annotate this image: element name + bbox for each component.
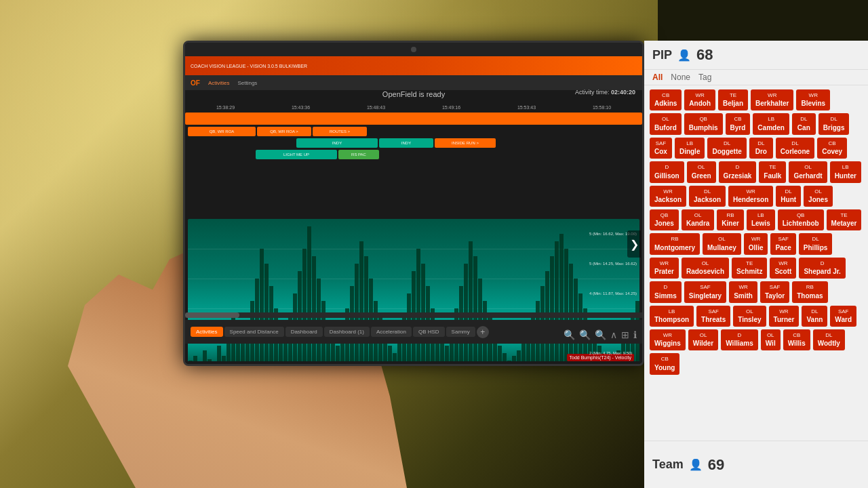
- tab-qb-hsd[interactable]: QB HSD: [413, 327, 445, 337]
- nav-activities[interactable]: Activities: [208, 80, 230, 86]
- player-tag-radosevich[interactable]: OLRadosevich: [682, 258, 729, 279]
- scroll-indicator[interactable]: [185, 312, 642, 318]
- filter-tag[interactable]: Tag: [698, 73, 711, 82]
- panel-collapse-button[interactable]: ❯: [627, 230, 641, 258]
- player-tag-lichtenbob[interactable]: QBLichtenbob: [778, 209, 824, 230]
- session-block-inside-run[interactable]: INSIDE RUN >: [435, 138, 496, 148]
- player-tag-young[interactable]: CBYoung: [650, 353, 679, 374]
- player-tag-briggs[interactable]: DLBriggs: [818, 113, 850, 134]
- session-block-routes[interactable]: ROUTES >: [313, 127, 367, 136]
- expand-icon[interactable]: ∧: [610, 329, 617, 340]
- player-tag-turner[interactable]: WRTurner: [769, 306, 800, 327]
- player-tag-byrd[interactable]: CBByrd: [726, 113, 751, 134]
- search-icon[interactable]: 🔍: [564, 329, 575, 340]
- player-tag-shepard[interactable]: DShepard Jr.: [799, 258, 845, 279]
- player-tag-henderson[interactable]: WRHenderson: [728, 186, 773, 207]
- monitor-frame: COACH VISION LEAGUE - VISION 3.0.5 BULKI…: [183, 41, 644, 366]
- tab-speed-distance[interactable]: Speed and Distance: [224, 327, 284, 337]
- right-panel: PIP 👤 68 All None Tag CBAdkins WRAndoh T…: [644, 41, 868, 488]
- player-tag-dro[interactable]: DLDro: [749, 138, 773, 159]
- player-tag-jones-ol[interactable]: OLJones: [804, 186, 833, 207]
- filter-all[interactable]: All: [652, 73, 663, 82]
- player-tag-ollie[interactable]: WROllie: [744, 233, 768, 254]
- filter-none[interactable]: None: [671, 73, 690, 82]
- player-tag-blevins[interactable]: WRBlevins: [796, 89, 830, 110]
- player-tag-simms[interactable]: DSimms: [650, 281, 682, 302]
- player-tag-can[interactable]: DLCan: [792, 113, 816, 134]
- scroll-thumb[interactable]: [185, 312, 239, 318]
- session-block-indy1[interactable]: INDY: [296, 138, 378, 148]
- app-topbar: COACH VISION LEAGUE - VISION 3.0.5 BULKI…: [185, 56, 642, 75]
- session-block-qbwr-roa1[interactable]: QB, WR ROA: [188, 127, 256, 136]
- player-tag-wodtly[interactable]: DLWodtly: [813, 329, 845, 350]
- player-tag-smith[interactable]: WRSmith: [729, 281, 757, 302]
- tab-dashboard[interactable]: Dashboard: [285, 327, 323, 337]
- player-tag-scott[interactable]: WRScott: [770, 258, 796, 279]
- player-tag-singletary[interactable]: SAFSingletary: [684, 281, 726, 302]
- player-tag-williams[interactable]: DWilliams: [721, 329, 757, 350]
- player-tag-wiggins[interactable]: WRWiggins: [650, 329, 686, 350]
- chart-bar: [517, 350, 521, 361]
- player-tag-grzesiak[interactable]: DGrzesiak: [719, 161, 757, 182]
- player-tag-vann[interactable]: DLVann: [802, 306, 827, 327]
- player-tag-jones-qb[interactable]: QBJones: [650, 209, 679, 230]
- player-tag-corleone[interactable]: DLCorleone: [776, 138, 814, 159]
- player-tag-gerhardt[interactable]: OLGerhardt: [789, 161, 827, 182]
- player-tag-hunter[interactable]: LBHunter: [830, 161, 861, 182]
- player-tag-beljan[interactable]: TEBeljan: [718, 89, 748, 110]
- session-block-indy2[interactable]: INDY: [379, 138, 433, 148]
- tab-activities[interactable]: Activities: [191, 327, 223, 337]
- player-tag-ward[interactable]: SAFWard: [830, 306, 856, 327]
- player-tag-mullaney[interactable]: OLMullaney: [703, 233, 741, 254]
- session-block-light-me-up[interactable]: LIGHT ME UP: [256, 150, 337, 159]
- player-tag-jackson-dl[interactable]: DLJackson: [689, 186, 726, 207]
- player-tag-prater[interactable]: WRPrater: [650, 258, 679, 279]
- player-tag-taylor[interactable]: SAFTaylor: [760, 281, 789, 302]
- player-tag-cox[interactable]: SAFCox: [650, 138, 672, 159]
- player-tag-phillips[interactable]: DLPhillips: [799, 233, 833, 254]
- tab-sammy[interactable]: Sammy: [446, 327, 475, 337]
- tab-dashboard-1[interactable]: Dashboard (1): [324, 327, 370, 337]
- team-person-icon: 👤: [689, 458, 703, 471]
- chart-bar: [564, 249, 568, 361]
- player-tag-montgomery[interactable]: RBMontgomery: [650, 233, 700, 254]
- grid-icon[interactable]: ⊞: [621, 329, 629, 340]
- player-tag-adkins[interactable]: CBAdkins: [650, 89, 682, 110]
- zoom-out-icon[interactable]: 🔍: [595, 329, 606, 340]
- player-tag-threats[interactable]: SAFThreats: [696, 306, 730, 327]
- player-tag-dingle[interactable]: LBDingle: [675, 138, 705, 159]
- info-icon[interactable]: ℹ: [633, 329, 637, 340]
- nav-settings[interactable]: Settings: [237, 80, 257, 86]
- player-tag-andoh[interactable]: WRAndoh: [684, 89, 715, 110]
- player-tag-kandra[interactable]: OLKandra: [682, 209, 714, 230]
- add-tab-button[interactable]: +: [477, 326, 489, 338]
- player-tag-thomas[interactable]: RBThomas: [792, 281, 827, 302]
- player-tag-green[interactable]: OLGreen: [687, 161, 716, 182]
- player-tag-thompson[interactable]: LBThompson: [650, 306, 694, 327]
- activity-time-value: 02:40:20: [611, 89, 635, 96]
- player-tag-camden[interactable]: LBCamden: [753, 113, 789, 134]
- player-tag-schmitz[interactable]: TESchmitz: [732, 258, 767, 279]
- player-tag-faulk[interactable]: TEFaulk: [759, 161, 786, 182]
- player-tag-berkhalter[interactable]: WRBerkhalter: [751, 89, 793, 110]
- player-tag-gillison[interactable]: DGillison: [650, 161, 684, 182]
- player-tag-tinsley[interactable]: OLTinsley: [733, 306, 766, 327]
- player-tag-pace[interactable]: SAFPace: [770, 233, 795, 254]
- player-tag-covey[interactable]: CBCovey: [817, 138, 847, 159]
- player-tag-kiner[interactable]: RBKiner: [717, 209, 744, 230]
- player-tag-hunt[interactable]: DLHunt: [776, 186, 801, 207]
- player-tag-lewis[interactable]: LBLewis: [747, 209, 775, 230]
- player-tag-willis[interactable]: CBWillis: [783, 329, 810, 350]
- player-tag-wilder[interactable]: OLWilder: [688, 329, 718, 350]
- player-tag-jackson-wr[interactable]: WRJackson: [650, 186, 686, 207]
- zoom-in-icon[interactable]: 🔍: [579, 329, 591, 340]
- player-tag-bumphis[interactable]: QBBumphis: [684, 113, 723, 134]
- player-tag-buford[interactable]: OLBuford: [650, 113, 682, 134]
- player-tag-doggette[interactable]: DLDoggette: [707, 138, 746, 159]
- session-block-qbwr-roa2[interactable]: QB, WR ROA >: [257, 127, 311, 136]
- tab-acceleration[interactable]: Acceleration: [371, 327, 412, 337]
- session-block-rs-pac[interactable]: RS PAC: [338, 150, 379, 159]
- team-section: Team 👤 69: [644, 441, 868, 488]
- player-tag-wil[interactable]: OLWil: [761, 329, 781, 350]
- player-tag-metayer[interactable]: TEMetayer: [827, 209, 862, 230]
